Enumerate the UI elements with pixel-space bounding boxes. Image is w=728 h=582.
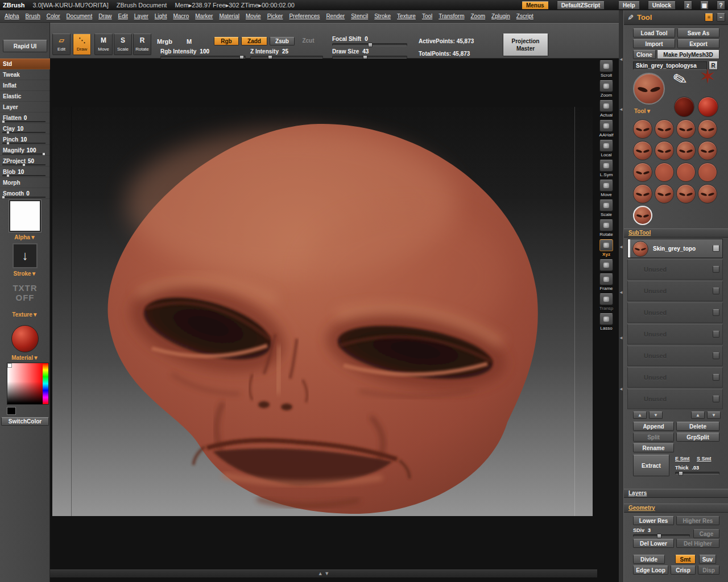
color-picker[interactable]: [7, 363, 49, 405]
menu-material[interactable]: Material: [219, 13, 239, 19]
tool-name-field[interactable]: Skin_grey_topologysa: [633, 61, 707, 70]
import-button[interactable]: Import: [633, 39, 675, 48]
brush-elastic[interactable]: Elastic: [0, 91, 50, 102]
help-button[interactable]: Help: [618, 1, 640, 10]
tool-thumb-flat[interactable]: [698, 163, 717, 182]
menu-marker[interactable]: Marker: [195, 13, 213, 19]
menu-movie[interactable]: Movie: [246, 13, 261, 19]
canvas-area[interactable]: Scroll Zoom Actual AAHalf Local L.Sym Mo…: [50, 59, 623, 582]
canvas-tool-move3d[interactable]: Move: [596, 180, 617, 197]
subtool-select-down-button[interactable]: ▼: [707, 411, 721, 419]
sculpt-alien-head[interactable]: [52, 107, 593, 516]
tool-thumb-flat[interactable]: [655, 163, 674, 182]
subtool-visibility-toggle[interactable]: [713, 309, 719, 316]
material-selector[interactable]: Material▼: [0, 355, 50, 361]
thick-handle[interactable]: [679, 471, 683, 476]
rgb-button[interactable]: Rgb: [214, 37, 239, 45]
brush-smooth[interactable]: Smooth0: [0, 188, 50, 199]
tool-thumb-head[interactable]: [655, 141, 674, 160]
export-button[interactable]: Export: [677, 39, 719, 48]
append-button[interactable]: Append: [633, 422, 674, 431]
projection-master-button[interactable]: Projection Master: [503, 34, 548, 56]
edge-loop-button[interactable]: Edge Loop: [633, 566, 668, 575]
tool-thumb-head[interactable]: [633, 141, 652, 160]
subtool-move-up-button[interactable]: ▲: [633, 411, 647, 419]
subtool-polypaint-icon[interactable]: [713, 245, 719, 252]
focal-shift-slider[interactable]: Focal Shift0: [332, 36, 407, 46]
subtool-select-up-button[interactable]: ▲: [691, 411, 705, 419]
panel-collapse-icon[interactable]: ◄: [619, 57, 623, 62]
draw-size-slider[interactable]: Draw Size43: [332, 48, 407, 59]
brush-zproject[interactable]: ZProject50: [0, 156, 50, 167]
subtool-header[interactable]: SubTool: [624, 228, 728, 238]
lower-res-button[interactable]: Lower Res: [633, 516, 674, 525]
help-window-icon[interactable]: ?: [717, 1, 725, 10]
rotate-mode-button[interactable]: R Rotate: [133, 34, 151, 55]
layers-header[interactable]: Layers: [624, 489, 728, 498]
clone-button[interactable]: Clone: [633, 50, 656, 59]
tool-thumb-head[interactable]: [698, 184, 717, 203]
star-tool-icon[interactable]: ✶: [699, 65, 716, 89]
tool-thumb-head[interactable]: [633, 163, 652, 182]
canvas-tool-local[interactable]: Local: [596, 140, 617, 157]
menu-stroke[interactable]: Stroke: [374, 13, 391, 19]
z-intensity-slider[interactable]: Z Intensity25: [250, 48, 323, 59]
hue-strip[interactable]: [43, 363, 48, 404]
tool-thumb-head[interactable]: [698, 141, 717, 160]
split-button[interactable]: Split: [633, 433, 674, 442]
menu-light[interactable]: Light: [155, 13, 167, 19]
subtool-row-unused[interactable]: Unused: [627, 367, 723, 388]
e-smt-slider[interactable]: E Smt: [675, 456, 690, 462]
menu-stencil[interactable]: Stencil: [351, 13, 368, 19]
menu-document[interactable]: Document: [67, 13, 93, 19]
mrgb-button[interactable]: Mrgb: [157, 38, 172, 45]
tool-thumb-sphere-dark[interactable]: [674, 97, 694, 117]
texture-selector[interactable]: Texture▼: [0, 311, 50, 318]
rgb-intensity-slider[interactable]: Rgb Intensity100: [160, 48, 246, 59]
tool-thumb-head[interactable]: [676, 141, 696, 160]
brush-inflat[interactable]: Inflat: [0, 80, 50, 91]
panel-collapse-icon[interactable]: ◄: [619, 244, 623, 250]
simplebrush-icon[interactable]: ✎: [671, 68, 689, 90]
menu-transform[interactable]: Transform: [439, 13, 464, 19]
material-thumbnail[interactable]: [11, 325, 39, 352]
extract-button[interactable]: Extract: [633, 455, 669, 476]
menu-macro[interactable]: Macro: [173, 13, 189, 19]
thick-slider[interactable]: Thick.03: [675, 465, 719, 475]
menu-layer[interactable]: Layer: [134, 13, 148, 19]
brush-pinch[interactable]: Pinch10: [0, 134, 50, 145]
canvas-tool-rotate3d[interactable]: Rotate: [596, 219, 617, 237]
switch-color-button[interactable]: SwitchColor: [1, 417, 49, 426]
canvas-tool-scale3d[interactable]: Scale: [596, 199, 617, 217]
subtool-row-unused[interactable]: Unused: [627, 302, 723, 323]
tool-thumb-head[interactable]: [633, 119, 652, 139]
menu-zscript[interactable]: Zscript: [516, 13, 533, 19]
scrollbar-arrows-icon[interactable]: ▲ ▼: [318, 571, 329, 576]
menu-zoom[interactable]: Zoom: [470, 13, 485, 19]
subtool-row-unused[interactable]: Unused: [627, 281, 723, 301]
cage-button[interactable]: Cage: [693, 529, 719, 538]
brush-tweak[interactable]: Tweak: [0, 69, 50, 80]
unlock-button[interactable]: Unlock: [648, 1, 676, 10]
tool-thumb-sphere-red[interactable]: [698, 97, 718, 117]
menu-edit[interactable]: Edit: [118, 13, 128, 19]
brush-layer[interactable]: Layer: [0, 102, 50, 113]
save-as-button[interactable]: Save As: [677, 28, 719, 38]
subtool-visibility-toggle[interactable]: [713, 331, 719, 338]
m-button[interactable]: M: [187, 38, 192, 45]
canvas-tool-actual[interactable]: Actual: [596, 100, 617, 118]
menu-draw[interactable]: Draw: [98, 13, 111, 19]
disp-button[interactable]: Disp: [698, 566, 719, 575]
subtool-visibility-toggle[interactable]: [713, 352, 719, 359]
canvas-tool-aahalf[interactable]: AAHalf: [596, 120, 617, 138]
menu-zplugin[interactable]: Zplugin: [491, 13, 510, 19]
alpha-thumbnail[interactable]: [9, 200, 41, 232]
subtool-visibility-toggle[interactable]: [713, 396, 719, 402]
canvas-tool-scroll[interactable]: Scroll: [596, 60, 617, 78]
menu-color[interactable]: Color: [47, 13, 60, 19]
zadd-button[interactable]: Zadd: [241, 37, 267, 45]
horizontal-scrollbar[interactable]: ▲ ▼: [50, 569, 597, 577]
panel-collapse-icon[interactable]: ◄: [619, 335, 623, 340]
grpsplit-button[interactable]: GrpSplit: [676, 433, 719, 442]
geometry-header[interactable]: Geometry: [624, 504, 728, 513]
